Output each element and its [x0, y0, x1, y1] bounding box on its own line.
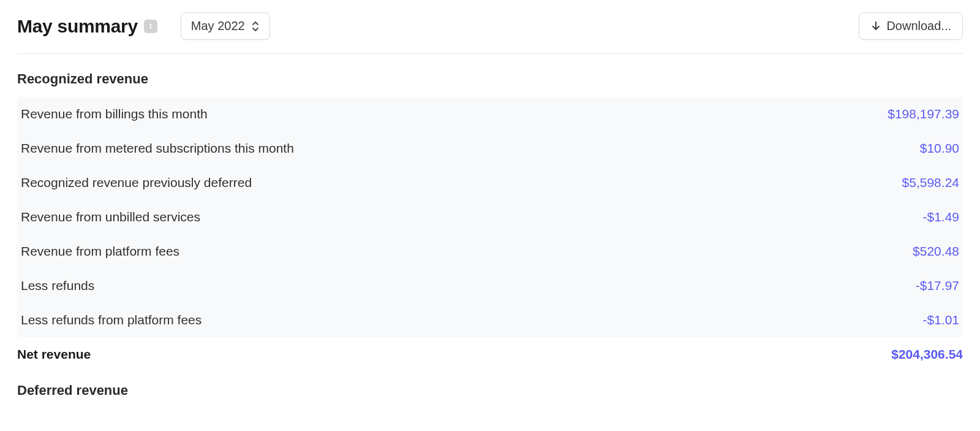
deferred-revenue-heading: Deferred revenue — [17, 383, 963, 399]
row-label: Less refunds from platform fees — [21, 313, 202, 327]
row-value[interactable]: $10.90 — [920, 141, 959, 156]
download-button[interactable]: Download... — [859, 12, 963, 40]
summary-header: May summary May 2022 — [17, 12, 963, 54]
table-row: Less refunds from platform fees -$1.01 — [17, 303, 963, 337]
table-row: Revenue from unbilled services -$1.49 — [17, 200, 963, 234]
table-row: Recognized revenue previously deferred $… — [17, 166, 963, 200]
row-label: Recognized revenue previously deferred — [21, 175, 252, 190]
row-value[interactable]: -$1.01 — [922, 313, 959, 327]
month-select[interactable]: May 2022 — [181, 12, 270, 40]
net-revenue-label: Net revenue — [17, 347, 91, 362]
row-label: Revenue from platform fees — [21, 244, 179, 259]
table-row: Revenue from platform fees $520.48 — [17, 234, 963, 269]
row-label: Revenue from unbilled services — [21, 210, 200, 224]
download-icon — [870, 21, 881, 32]
info-icon[interactable] — [144, 20, 157, 33]
table-row: Revenue from billings this month $198,19… — [17, 97, 963, 131]
net-revenue-row: Net revenue $204,306.54 — [17, 337, 963, 365]
row-value[interactable]: $5,598.24 — [902, 175, 959, 190]
svg-point-0 — [150, 23, 152, 25]
download-button-label: Download... — [886, 19, 951, 33]
row-label: Less refunds — [21, 278, 94, 293]
title-wrap: May summary — [17, 16, 157, 37]
page-title: May summary — [17, 16, 138, 37]
table-row: Revenue from metered subscriptions this … — [17, 131, 963, 166]
month-select-label: May 2022 — [191, 19, 245, 33]
svg-rect-1 — [150, 26, 151, 29]
chevron-up-down-icon — [251, 21, 260, 32]
row-value[interactable]: -$17.97 — [916, 278, 959, 293]
row-label: Revenue from billings this month — [21, 107, 208, 121]
table-row: Less refunds -$17.97 — [17, 269, 963, 303]
recognized-revenue-heading: Recognized revenue — [17, 71, 963, 87]
row-value[interactable]: -$1.49 — [922, 210, 959, 224]
recognized-revenue-rows: Revenue from billings this month $198,19… — [17, 97, 963, 337]
net-revenue-value[interactable]: $204,306.54 — [891, 347, 963, 362]
header-left: May summary May 2022 — [17, 12, 270, 40]
row-label: Revenue from metered subscriptions this … — [21, 141, 294, 156]
row-value[interactable]: $198,197.39 — [888, 107, 959, 121]
row-value[interactable]: $520.48 — [913, 244, 959, 259]
